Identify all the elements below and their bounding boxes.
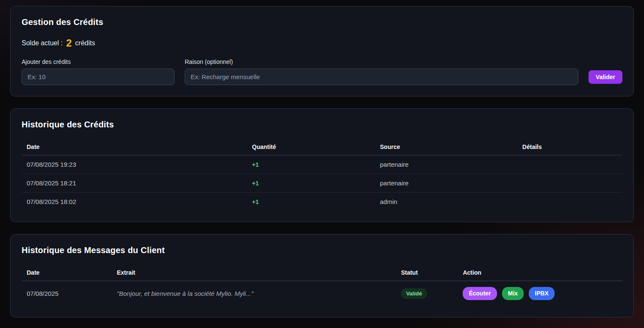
status-badge: Validé [401, 288, 427, 299]
cell-action: Écouter Mix IPBX [458, 281, 622, 306]
cell-status: Validé [396, 281, 458, 306]
credit-history-table: Date Quantité Source Détails 07/08/2025 … [22, 139, 622, 211]
message-history-table: Date Extrait Statut Action 07/08/2025 "B… [22, 265, 622, 306]
cell-date: 07/08/2025 18:02 [22, 193, 247, 211]
cell-date: 07/08/2025 19:23 [22, 155, 247, 174]
cell-source: partenaire [375, 174, 517, 193]
amount-field-group: Ajouter des crédits [22, 58, 175, 85]
column-header-quantity: Quantité [247, 139, 375, 155]
column-header-source: Source [375, 139, 517, 155]
message-history-panel: Historique des Messages du Client Date E… [10, 234, 634, 317]
credit-history-panel: Historique des Crédits Date Quantité Sou… [10, 108, 634, 222]
reason-label: Raison (optionnel) [185, 58, 578, 65]
cell-date: 07/08/2025 [22, 281, 112, 306]
table-header-row: Date Quantité Source Détails [22, 139, 622, 155]
table-header-row: Date Extrait Statut Action [22, 265, 622, 281]
cell-source: admin [375, 193, 517, 211]
ipbx-button[interactable]: IPBX [529, 287, 555, 300]
credit-history-title: Historique des Crédits [22, 120, 622, 130]
cell-source: partenaire [375, 155, 517, 174]
column-header-date: Date [22, 265, 112, 281]
table-row: 07/08/2025 "Bonjour, et bienvenue à la s… [22, 281, 622, 306]
balance-line: Solde actuel : 2 crédits [22, 38, 622, 48]
ecouter-button[interactable]: Écouter [463, 287, 497, 300]
amount-label: Ajouter des crédits [22, 58, 175, 65]
column-header-details: Détails [517, 139, 622, 155]
message-excerpt: "Bonjour, et bienvenue à la société Myli… [117, 290, 253, 297]
column-header-action: Action [458, 265, 622, 281]
table-row: 07/08/2025 18:02 +1 admin [22, 193, 622, 211]
table-row: 07/08/2025 19:23 +1 partenaire [22, 155, 622, 174]
balance-suffix: crédits [75, 39, 95, 47]
column-header-excerpt: Extrait [112, 265, 396, 281]
message-history-title: Historique des Messages du Client [22, 245, 622, 255]
balance-value: 2 [66, 38, 72, 48]
cell-details [517, 193, 622, 211]
valider-button[interactable]: Valider [588, 70, 622, 84]
cell-excerpt: "Bonjour, et bienvenue à la société Myli… [112, 281, 396, 306]
balance-prefix: Solde actuel : [22, 39, 63, 47]
credit-management-title: Gestion des Crédits [22, 17, 622, 27]
table-row: 07/08/2025 18:21 +1 partenaire [22, 174, 622, 193]
amount-input[interactable] [22, 69, 175, 85]
cell-quantity: +1 [247, 174, 375, 193]
cell-quantity: +1 [247, 193, 375, 211]
reason-input[interactable] [185, 69, 578, 85]
mix-button[interactable]: Mix [502, 287, 524, 300]
column-header-status: Statut [396, 265, 458, 281]
column-header-date: Date [22, 139, 247, 155]
add-credits-form: Ajouter des crédits Raison (optionnel) V… [22, 58, 622, 85]
cell-quantity: +1 [247, 155, 375, 174]
reason-field-group: Raison (optionnel) [185, 58, 578, 85]
cell-details [517, 155, 622, 174]
cell-details [517, 174, 622, 193]
cell-date: 07/08/2025 18:21 [22, 174, 247, 193]
credit-management-panel: Gestion des Crédits Solde actuel : 2 cré… [10, 6, 634, 96]
